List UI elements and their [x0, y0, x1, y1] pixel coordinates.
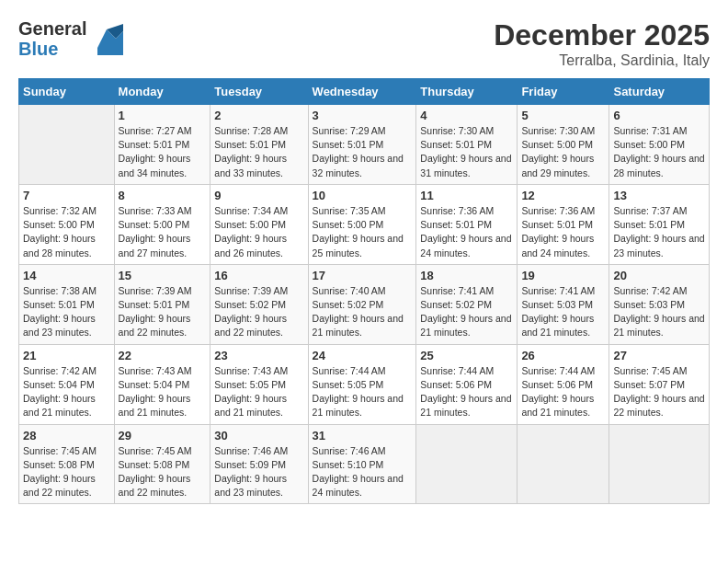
daylight-label: Daylight: 9 hours and 22 minutes.: [214, 313, 287, 338]
sunset-label: Sunset: 5:09 PM: [214, 459, 286, 470]
day-number: 8: [119, 189, 207, 202]
day-info: Sunrise: 7:30 AM Sunset: 5:01 PM Dayligh…: [420, 124, 513, 180]
calendar-day-cell: 29 Sunrise: 7:45 AM Sunset: 5:08 PM Dayl…: [114, 424, 210, 504]
calendar-day-cell: 10 Sunrise: 7:35 AM Sunset: 5:00 PM Dayl…: [308, 184, 416, 264]
calendar-day-cell: 27 Sunrise: 7:45 AM Sunset: 5:07 PM Dayl…: [609, 344, 710, 424]
sunset-label: Sunset: 5:00 PM: [521, 139, 593, 150]
day-number: 12: [521, 189, 605, 202]
sunset-label: Sunset: 5:03 PM: [613, 299, 685, 310]
daylight-label: Daylight: 9 hours and 23 minutes.: [214, 473, 287, 498]
day-info: Sunrise: 7:45 AM Sunset: 5:08 PM Dayligh…: [23, 444, 110, 500]
daylight-label: Daylight: 9 hours and 34 minutes.: [119, 153, 191, 178]
day-number: 11: [420, 189, 513, 202]
day-info: Sunrise: 7:46 AM Sunset: 5:09 PM Dayligh…: [214, 444, 303, 500]
calendar-day-cell: 28 Sunrise: 7:45 AM Sunset: 5:08 PM Dayl…: [19, 424, 115, 504]
sunset-label: Sunset: 5:06 PM: [420, 379, 492, 390]
daylight-label: Daylight: 9 hours and 23 minutes.: [23, 313, 96, 338]
calendar-table: SundayMondayTuesdayWednesdayThursdayFrid…: [18, 78, 710, 504]
day-number: 1: [119, 109, 207, 122]
location-title: Terralba, Sardinia, Italy: [494, 52, 710, 69]
daylight-label: Daylight: 9 hours and 32 minutes.: [313, 153, 404, 178]
calendar-day-cell: 19 Sunrise: 7:41 AM Sunset: 5:03 PM Dayl…: [518, 264, 609, 344]
weekday-header-sunday: Sunday: [19, 79, 115, 105]
calendar-day-cell: 16 Sunrise: 7:39 AM Sunset: 5:02 PM Dayl…: [210, 264, 308, 344]
calendar-day-cell: 31 Sunrise: 7:46 AM Sunset: 5:10 PM Dayl…: [308, 424, 416, 504]
day-info: Sunrise: 7:36 AM Sunset: 5:01 PM Dayligh…: [420, 204, 513, 260]
day-info: Sunrise: 7:27 AM Sunset: 5:01 PM Dayligh…: [119, 124, 207, 180]
sunset-label: Sunset: 5:01 PM: [119, 139, 190, 150]
sunset-label: Sunset: 5:05 PM: [313, 379, 384, 390]
sunrise-label: Sunrise: 7:31 AM: [613, 125, 687, 136]
day-info: Sunrise: 7:44 AM Sunset: 5:06 PM Dayligh…: [521, 364, 605, 420]
day-number: 19: [521, 269, 605, 282]
sunrise-label: Sunrise: 7:44 AM: [420, 365, 494, 376]
weekday-header-monday: Monday: [114, 79, 210, 105]
sunrise-label: Sunrise: 7:43 AM: [119, 365, 192, 376]
sunrise-label: Sunrise: 7:34 AM: [214, 205, 288, 216]
calendar-day-cell: 4 Sunrise: 7:30 AM Sunset: 5:01 PM Dayli…: [416, 105, 518, 185]
header: General Blue December 2025 Terralba, Sar…: [18, 18, 710, 69]
daylight-label: Daylight: 9 hours and 31 minutes.: [420, 153, 511, 178]
daylight-label: Daylight: 9 hours and 22 minutes.: [613, 393, 704, 418]
sunrise-label: Sunrise: 7:41 AM: [420, 285, 494, 296]
sunrise-label: Sunrise: 7:39 AM: [214, 285, 288, 296]
sunrise-label: Sunrise: 7:41 AM: [521, 285, 595, 296]
sunrise-label: Sunrise: 7:28 AM: [214, 125, 288, 136]
day-number: 18: [420, 269, 513, 282]
sunrise-label: Sunrise: 7:42 AM: [23, 365, 97, 376]
daylight-label: Daylight: 9 hours and 27 minutes.: [119, 233, 191, 258]
calendar-day-cell: [19, 105, 115, 185]
sunset-label: Sunset: 5:00 PM: [119, 219, 190, 230]
sunset-label: Sunset: 5:08 PM: [119, 459, 190, 470]
calendar-day-cell: 13 Sunrise: 7:37 AM Sunset: 5:01 PM Dayl…: [609, 184, 710, 264]
calendar-day-cell: 26 Sunrise: 7:44 AM Sunset: 5:06 PM Dayl…: [518, 344, 609, 424]
sunrise-label: Sunrise: 7:37 AM: [613, 205, 687, 216]
sunset-label: Sunset: 5:00 PM: [313, 219, 384, 230]
daylight-label: Daylight: 9 hours and 21 minutes.: [214, 393, 287, 418]
daylight-label: Daylight: 9 hours and 22 minutes.: [119, 313, 191, 338]
sunset-label: Sunset: 5:01 PM: [613, 219, 685, 230]
day-info: Sunrise: 7:44 AM Sunset: 5:05 PM Dayligh…: [313, 364, 413, 420]
day-number: 30: [214, 429, 303, 442]
sunset-label: Sunset: 5:01 PM: [420, 219, 492, 230]
day-info: Sunrise: 7:42 AM Sunset: 5:04 PM Dayligh…: [23, 364, 110, 420]
day-number: 5: [521, 109, 605, 122]
day-info: Sunrise: 7:28 AM Sunset: 5:01 PM Dayligh…: [214, 124, 303, 180]
calendar-day-cell: 15 Sunrise: 7:39 AM Sunset: 5:01 PM Dayl…: [114, 264, 210, 344]
calendar-day-cell: 8 Sunrise: 7:33 AM Sunset: 5:00 PM Dayli…: [114, 184, 210, 264]
daylight-label: Daylight: 9 hours and 29 minutes.: [521, 153, 594, 178]
day-number: 16: [214, 269, 303, 282]
day-info: Sunrise: 7:33 AM Sunset: 5:00 PM Dayligh…: [119, 204, 207, 260]
sunrise-label: Sunrise: 7:45 AM: [613, 365, 687, 376]
sunset-label: Sunset: 5:00 PM: [23, 219, 95, 230]
calendar-week-row: 21 Sunrise: 7:42 AM Sunset: 5:04 PM Dayl…: [19, 344, 710, 424]
sunset-label: Sunset: 5:06 PM: [521, 379, 593, 390]
calendar-day-cell: 23 Sunrise: 7:43 AM Sunset: 5:05 PM Dayl…: [210, 344, 308, 424]
daylight-label: Daylight: 9 hours and 21 minutes.: [521, 393, 594, 418]
sunset-label: Sunset: 5:01 PM: [313, 139, 384, 150]
sunrise-label: Sunrise: 7:46 AM: [313, 445, 386, 456]
sunset-label: Sunset: 5:00 PM: [214, 219, 286, 230]
daylight-label: Daylight: 9 hours and 21 minutes.: [313, 313, 404, 338]
weekday-header-wednesday: Wednesday: [308, 79, 416, 105]
title-area: December 2025 Terralba, Sardinia, Italy: [494, 18, 710, 69]
day-number: 14: [23, 269, 110, 282]
daylight-label: Daylight: 9 hours and 21 minutes.: [119, 393, 191, 418]
sunrise-label: Sunrise: 7:45 AM: [119, 445, 192, 456]
sunset-label: Sunset: 5:01 PM: [420, 139, 492, 150]
sunrise-label: Sunrise: 7:42 AM: [613, 285, 687, 296]
day-info: Sunrise: 7:45 AM Sunset: 5:07 PM Dayligh…: [613, 364, 705, 420]
daylight-label: Daylight: 9 hours and 24 minutes.: [521, 233, 594, 258]
calendar-day-cell: 3 Sunrise: 7:29 AM Sunset: 5:01 PM Dayli…: [308, 105, 416, 185]
sunrise-label: Sunrise: 7:44 AM: [521, 365, 595, 376]
sunset-label: Sunset: 5:10 PM: [313, 459, 384, 470]
day-info: Sunrise: 7:41 AM Sunset: 5:03 PM Dayligh…: [521, 284, 605, 340]
day-info: Sunrise: 7:42 AM Sunset: 5:03 PM Dayligh…: [613, 284, 705, 340]
calendar-day-cell: 1 Sunrise: 7:27 AM Sunset: 5:01 PM Dayli…: [114, 105, 210, 185]
logo: General Blue: [18, 18, 123, 59]
calendar-day-cell: 11 Sunrise: 7:36 AM Sunset: 5:01 PM Dayl…: [416, 184, 518, 264]
sunrise-label: Sunrise: 7:33 AM: [119, 205, 192, 216]
calendar-day-cell: 17 Sunrise: 7:40 AM Sunset: 5:02 PM Dayl…: [308, 264, 416, 344]
month-title: December 2025: [494, 18, 710, 52]
sunset-label: Sunset: 5:02 PM: [313, 299, 384, 310]
